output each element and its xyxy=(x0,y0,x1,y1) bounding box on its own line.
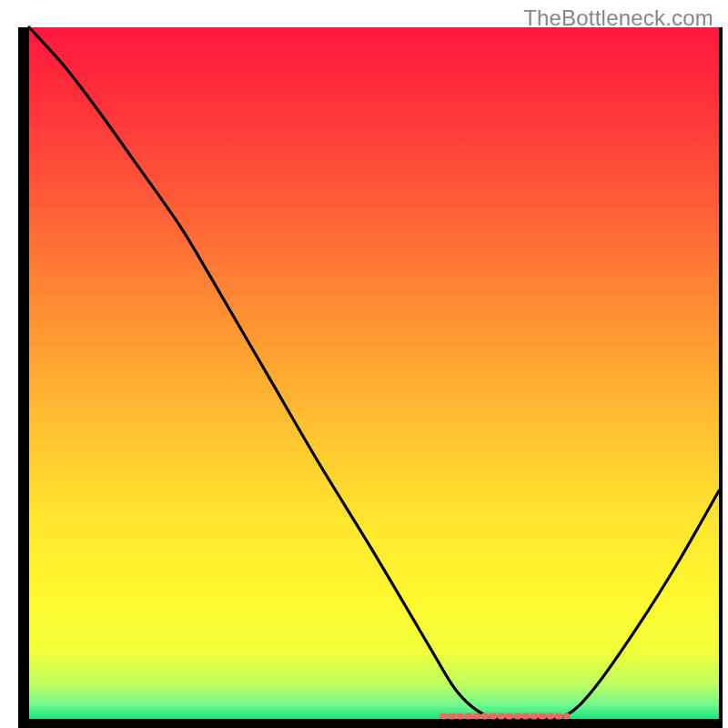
plot-frame xyxy=(18,719,723,728)
bottleneck-chart xyxy=(0,0,728,728)
watermark-text: TheBottleneck.com xyxy=(523,5,713,31)
chart-container: TheBottleneck.com xyxy=(0,0,728,728)
plot-frame xyxy=(18,27,29,728)
plot-background xyxy=(29,27,719,719)
plot-frame xyxy=(719,27,723,719)
